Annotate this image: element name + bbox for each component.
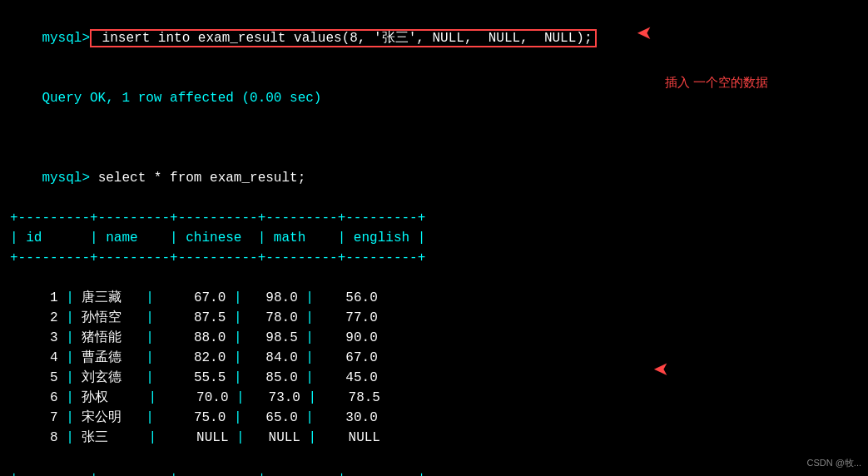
row-8: 8 | 张三 | NULL | NULL | NULL: [10, 428, 858, 448]
sep-bottom: +---------+---------+----------+--------…: [10, 468, 858, 476]
query-ok-text: Query OK, 1 row affected (0.00 sec): [42, 91, 321, 106]
arrow-to-null-row: ➤: [652, 351, 668, 384]
select-command-line: mysql> select * from exam_result;: [10, 148, 858, 208]
sep-top: +---------+---------+----------+--------…: [10, 208, 858, 228]
watermark: CSDN @牧...: [806, 457, 861, 469]
insert-command: insert into exam_result values(8, '张三', …: [90, 29, 597, 47]
row-4: 4 | 曹孟德 | 82.0 | 84.0 | 67.0: [10, 348, 858, 368]
row-5: 5 | 刘玄德 | 55.5 | 85.0 | 45.0: [10, 368, 858, 388]
row-1: 1 | 唐三藏 | 67.0 | 98.0 | 56.0: [10, 288, 858, 308]
row-6: 6 | 孙权 | 70.0 | 73.0 | 78.5: [10, 388, 858, 408]
select-command: select * from exam_result;: [98, 171, 306, 186]
insert-command-line: mysql> insert into exam_result values(8,…: [10, 8, 858, 68]
sep-header: +---------+---------+----------+--------…: [10, 248, 858, 268]
row-3: 3 | 猪悟能 | 88.0 | 98.5 | 90.0: [10, 328, 858, 348]
blank-2: [10, 268, 858, 288]
row-2: 2 | 孙悟空 | 87.5 | 78.0 | 77.0: [10, 308, 858, 328]
table-header: | id | name | chinese | math | english |: [10, 228, 858, 248]
terminal: mysql> insert into exam_result values(8,…: [0, 0, 868, 476]
annotation-text: 插入 一个空的数据: [665, 75, 768, 91]
arrow-to-insert: ➤: [636, 15, 652, 48]
blank-1: [10, 128, 858, 148]
blank-3: [10, 448, 858, 468]
prompt-1: mysql>: [42, 31, 90, 46]
row-7: 7 | 宋公明 | 75.0 | 65.0 | 30.0: [10, 408, 858, 428]
prompt-2: mysql>: [42, 171, 97, 186]
